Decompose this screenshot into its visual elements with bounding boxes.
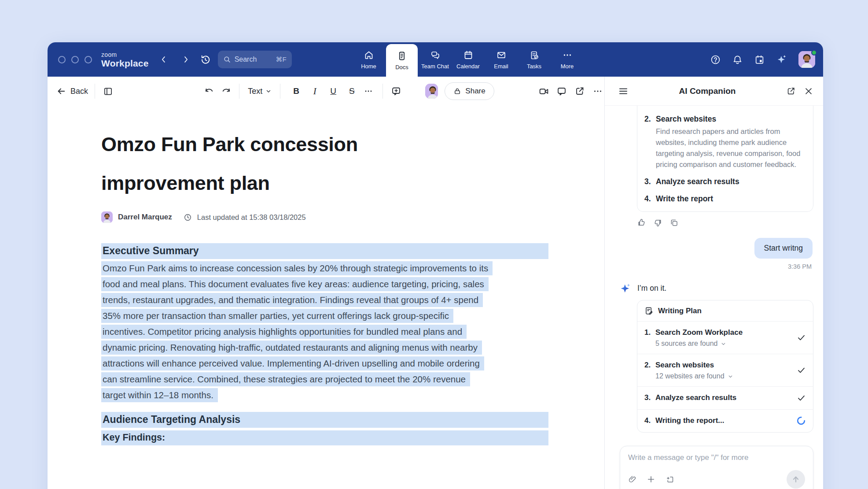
plan-preview-item: 4. Write the report bbox=[644, 193, 805, 204]
paperclip-icon bbox=[628, 475, 637, 484]
doc-line: trends, restaurant upgrades, and themati… bbox=[101, 293, 483, 307]
hamburger-menu-icon bbox=[618, 86, 629, 96]
window-zoom-button[interactable] bbox=[85, 56, 92, 63]
item-number: 4. bbox=[644, 193, 656, 204]
ellipsis-icon bbox=[592, 86, 603, 96]
chat-button[interactable] bbox=[555, 84, 568, 99]
tab-more[interactable]: More bbox=[551, 42, 584, 77]
copy-button[interactable] bbox=[669, 218, 679, 227]
calendar-icon bbox=[463, 50, 474, 60]
message-composer[interactable] bbox=[620, 446, 813, 489]
tab-label: Home bbox=[361, 63, 376, 70]
video-button[interactable] bbox=[537, 84, 550, 99]
search-placeholder: Search bbox=[235, 56, 257, 63]
comment-plus-icon bbox=[391, 86, 401, 96]
close-icon bbox=[804, 86, 813, 96]
popout-button[interactable] bbox=[786, 86, 796, 96]
recents-button[interactable] bbox=[200, 54, 211, 65]
help-icon bbox=[710, 54, 721, 65]
share-label: Share bbox=[465, 87, 485, 96]
collaborator-avatar[interactable] bbox=[425, 84, 438, 99]
tab-email[interactable]: Email bbox=[485, 42, 518, 77]
send-button[interactable] bbox=[787, 470, 805, 489]
plan-item-3[interactable]: 3. Analyze search results bbox=[637, 386, 813, 409]
app-window: zoom Workplace Search ⌘F bbox=[48, 42, 823, 489]
italic-button[interactable]: I bbox=[305, 84, 324, 99]
tab-tasks[interactable]: Tasks bbox=[518, 42, 551, 77]
plan-item-1[interactable]: 1. Search Zoom Workplace 5 sources are f… bbox=[637, 322, 813, 354]
message-input[interactable] bbox=[628, 453, 805, 462]
tab-home[interactable]: Home bbox=[352, 42, 385, 77]
plan-preview-card: current food pricing strategy. 2. Search… bbox=[637, 106, 813, 212]
open-external-icon bbox=[786, 86, 796, 96]
attach-button[interactable] bbox=[628, 475, 637, 484]
lock-icon bbox=[453, 87, 461, 95]
nav-forward-button[interactable] bbox=[180, 54, 191, 65]
text-style-dropdown[interactable]: Text bbox=[246, 87, 273, 96]
strikethrough-button[interactable]: S bbox=[342, 84, 361, 99]
thumbs-down-button[interactable] bbox=[653, 218, 662, 227]
doc-heading-exec-summary: Executive Summary bbox=[101, 243, 548, 259]
schedule-button[interactable] bbox=[754, 54, 765, 65]
logo-line2: Workplace bbox=[101, 59, 149, 68]
divider bbox=[239, 84, 239, 99]
ai-companion-nav-button[interactable] bbox=[776, 54, 787, 65]
close-panel-button[interactable] bbox=[804, 86, 813, 96]
sparkle-insert-icon bbox=[665, 475, 674, 484]
window-minimize-button[interactable] bbox=[71, 56, 79, 63]
check-icon bbox=[797, 393, 806, 403]
copy-icon bbox=[669, 218, 679, 227]
doc-more-button[interactable] bbox=[592, 84, 604, 99]
share-button[interactable]: Share bbox=[445, 82, 494, 100]
top-navbar: zoom Workplace Search ⌘F bbox=[48, 42, 823, 77]
writing-plan-card: Writing Plan 1. Search Zoom Workplace 5 … bbox=[637, 300, 813, 433]
item-sub[interactable]: 5 sources are found bbox=[655, 340, 743, 348]
tab-docs[interactable]: Docs bbox=[386, 44, 418, 77]
add-button[interactable] bbox=[647, 475, 655, 484]
plan-item-2[interactable]: 2. Search websites 12 websites are found bbox=[637, 354, 813, 386]
back-button[interactable]: Back bbox=[56, 86, 88, 96]
message-timestamp: 3:36 PM bbox=[620, 263, 813, 270]
undo-button[interactable] bbox=[202, 84, 215, 99]
ai-panel-menu-button[interactable] bbox=[618, 86, 629, 96]
item-number: 2. bbox=[644, 114, 656, 170]
help-button[interactable] bbox=[710, 54, 721, 65]
tab-label: More bbox=[561, 63, 574, 70]
thumbs-up-button[interactable] bbox=[637, 218, 646, 227]
window-close-button[interactable] bbox=[58, 56, 66, 63]
export-button[interactable] bbox=[574, 84, 586, 99]
sidebar-toggle-button[interactable] bbox=[102, 84, 114, 99]
underline-button[interactable]: U bbox=[324, 84, 342, 99]
tab-calendar[interactable]: Calendar bbox=[452, 42, 485, 77]
notifications-button[interactable] bbox=[732, 54, 743, 65]
nav-back-button[interactable] bbox=[158, 54, 169, 65]
redo-button[interactable] bbox=[220, 84, 232, 99]
comment-button[interactable] bbox=[390, 84, 402, 99]
clock-icon bbox=[184, 213, 192, 222]
plan-item-4[interactable]: 4. Writing the report... bbox=[637, 409, 813, 432]
format-buttons: B I U S bbox=[287, 84, 376, 99]
bold-button[interactable]: B bbox=[287, 84, 305, 99]
sidebar-panel-icon bbox=[103, 86, 113, 96]
tab-team-chat[interactable]: Team Chat bbox=[419, 42, 452, 77]
item-description: Find research papers and articles from w… bbox=[656, 126, 805, 170]
loading-spinner bbox=[796, 416, 806, 426]
search-input[interactable]: Search ⌘F bbox=[218, 51, 292, 68]
item-number: 1. bbox=[644, 327, 655, 348]
item-sub[interactable]: 12 websites are found bbox=[655, 372, 733, 380]
document-canvas[interactable]: Omzo Fun Park concession improvement pla… bbox=[48, 106, 604, 489]
chevron-down-icon bbox=[728, 374, 733, 379]
redo-icon bbox=[221, 86, 232, 96]
tab-label: Docs bbox=[395, 64, 408, 70]
format-more-button[interactable] bbox=[361, 84, 376, 99]
doc-line: dynamic pricing. Renovating high-traffic… bbox=[101, 341, 482, 355]
item-sub-label: 5 sources are found bbox=[655, 340, 717, 348]
doc-line: can streamline service. Combined, these … bbox=[101, 372, 470, 386]
insert-ai-button[interactable] bbox=[665, 475, 674, 484]
user-avatar[interactable] bbox=[798, 51, 815, 68]
clock-icon bbox=[184, 213, 192, 222]
plan-preview-clip: current food pricing strategy. 2. Search… bbox=[637, 106, 813, 212]
history-icon bbox=[200, 54, 211, 65]
item-title: Analyze search results bbox=[655, 393, 736, 403]
tab-label: Email bbox=[494, 63, 508, 70]
